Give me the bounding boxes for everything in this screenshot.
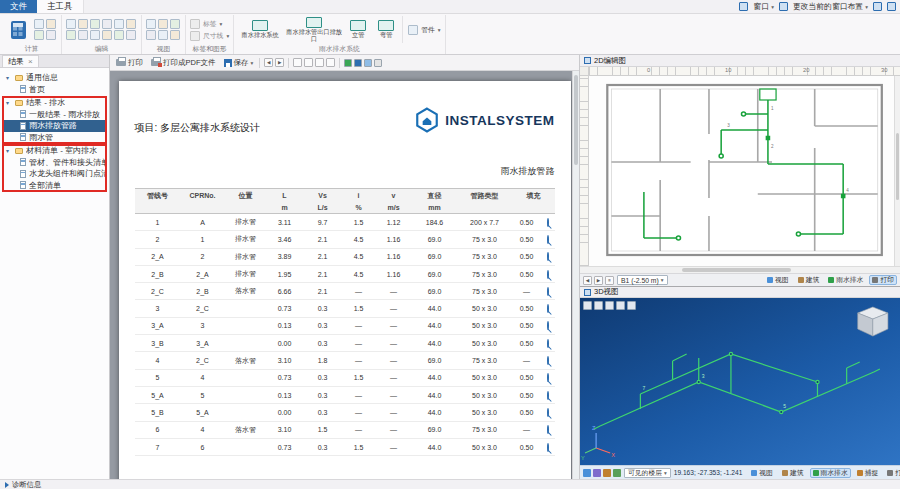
text-color-icon[interactable] <box>90 30 100 40</box>
navigation-cube[interactable] <box>858 307 888 336</box>
zoom-to-pipe-icon[interactable] <box>547 321 549 330</box>
window-menu[interactable]: 窗口 ▾ <box>753 1 774 12</box>
zoom-fit-icon[interactable] <box>170 19 180 29</box>
rain-toggle[interactable]: 雨水排水 <box>810 468 851 478</box>
tree-item[interactable]: 水龙头组件和阀门点清单 <box>3 168 106 180</box>
zoom-to-pipe-icon[interactable] <box>547 356 549 365</box>
scrollbar-thumb[interactable] <box>574 75 578 165</box>
table-row[interactable]: 42_C落水管3.101.8——69.075 x 3.0— <box>135 352 555 369</box>
zoom-to-pipe-icon[interactable] <box>547 252 549 261</box>
tab-main-tools[interactable]: 主工具 <box>37 0 84 13</box>
next-page-icon[interactable]: ▶ <box>275 58 284 67</box>
orbit-icon[interactable] <box>583 301 592 310</box>
next-icon[interactable]: ▶ <box>594 276 603 285</box>
table-row[interactable]: 2_C2_B落水管6.662.1——69.075 x 3.0— <box>135 283 555 300</box>
redo-icon[interactable] <box>78 19 88 29</box>
layers-icon[interactable]: ≡ <box>605 276 614 285</box>
color-swatch[interactable] <box>374 59 382 67</box>
table-row[interactable]: 3_B3_A0.000.3——44.050 x 3.00.50 <box>135 335 555 352</box>
data-icon[interactable] <box>46 19 56 29</box>
diagnostics-label[interactable]: 诊断信息 <box>12 480 41 489</box>
grid-icon[interactable] <box>170 30 180 40</box>
prev-page-icon[interactable]: ◀ <box>264 58 273 67</box>
camera-icon[interactable] <box>613 469 621 477</box>
table-row[interactable]: 64落水管3.101.5——69.075 x 3.0— <box>135 422 555 439</box>
table-row[interactable]: 1A排水管3.119.71.51.12184.6200 x 7.70.50 <box>135 214 555 231</box>
zoom-to-pipe-icon[interactable] <box>547 443 549 452</box>
snap-toggle[interactable]: 捕捉 <box>854 468 882 478</box>
undo-icon[interactable] <box>66 19 76 29</box>
tree-group-header[interactable]: ▾结果 - 排水 <box>3 97 106 109</box>
zoom-to-pipe-icon[interactable] <box>547 218 549 227</box>
zoom-to-pipe-icon[interactable] <box>547 408 549 417</box>
fill-color-icon[interactable] <box>102 30 112 40</box>
zoom-to-pipe-icon[interactable] <box>547 304 549 313</box>
zoom-to-pipe-icon[interactable] <box>547 270 549 279</box>
zoom-out-icon[interactable] <box>326 58 335 67</box>
facing-pages-icon[interactable] <box>304 58 313 67</box>
riser-button[interactable]: 立管 <box>346 20 370 39</box>
plan-vertical-scrollbar[interactable] <box>894 76 900 266</box>
table-row[interactable]: 3_A30.130.3——44.050 x 3.00.50 <box>135 318 555 335</box>
panels-icon[interactable] <box>873 2 882 11</box>
tab-3d-view[interactable]: 3D视图 <box>580 287 900 298</box>
print-pdf-button[interactable]: 打印成PDF文件 <box>149 57 218 69</box>
color-swatch[interactable] <box>364 59 372 67</box>
tree-item[interactable]: 全部清单 <box>3 180 106 192</box>
zoom-to-pipe-icon[interactable] <box>547 339 549 348</box>
fullscreen-icon[interactable] <box>627 301 636 310</box>
paste-icon[interactable] <box>114 19 124 29</box>
tree-item[interactable]: 一般结果 - 雨水排放 <box>3 109 106 121</box>
eye-toggle[interactable]: 视图 <box>748 468 776 478</box>
rain-outlet-button[interactable]: 雨水排水管出口排放口 <box>286 17 342 43</box>
cut-icon[interactable] <box>90 19 100 29</box>
scrollbar-thumb[interactable] <box>896 133 899 200</box>
table-row[interactable]: 5_B5_A0.000.3——44.050 x 3.00.50 <box>135 404 555 421</box>
zoom-to-pipe-icon[interactable] <box>547 373 549 382</box>
plan-horizontal-scrollbar[interactable] <box>580 266 900 273</box>
zoom-to-pipe-icon[interactable] <box>547 391 549 400</box>
tree-item[interactable]: 雨水管 <box>3 132 106 144</box>
select-icon[interactable] <box>66 30 76 40</box>
refresh-icon[interactable] <box>46 30 56 40</box>
table-row[interactable]: 2_A2排水管3.892.14.51.1669.075 x 3.00.50 <box>135 249 555 266</box>
floor-plan-canvas[interactable]: 1 2 4 3 <box>589 76 894 266</box>
zoom-out-icon[interactable] <box>158 19 168 29</box>
close-icon[interactable]: × <box>28 58 33 66</box>
tab-results[interactable]: 结果 × <box>2 55 39 67</box>
single-page-icon[interactable] <box>293 58 302 67</box>
dimension-line-button[interactable]: 尺寸线 ▾ <box>190 31 229 41</box>
zoom-in-icon[interactable] <box>315 58 324 67</box>
building-toggle[interactable]: 建筑 <box>779 468 807 478</box>
zoom-to-pipe-icon[interactable] <box>547 287 549 296</box>
table-row[interactable]: 540.730.31.5—44.050 x 3.00.50 <box>135 370 555 387</box>
fittings-button[interactable]: 管件 ▾ <box>402 16 440 43</box>
level-select[interactable]: B1 (-2.50 m) ▾ <box>617 275 668 285</box>
eye-toggle[interactable]: 视图 <box>764 275 792 285</box>
scrollbar-thumb[interactable] <box>682 268 791 272</box>
visible-floors-select[interactable]: 可见的楼层 ▾ <box>624 468 671 478</box>
tab-2d-editor[interactable]: 2D编辑图 <box>580 55 900 67</box>
labels-button[interactable]: 标签 ▾ <box>190 19 229 29</box>
table-row[interactable]: 760.730.31.5—44.050 x 3.00.50 <box>135 439 555 456</box>
tree-group-header[interactable]: ▾材料清单 - 室内排水 <box>3 145 106 157</box>
file-menu-button[interactable]: 文件 <box>0 0 37 13</box>
help-icon[interactable] <box>887 2 896 11</box>
copy-icon[interactable] <box>102 19 112 29</box>
section-icon[interactable] <box>603 469 611 477</box>
rain-toggle[interactable]: 雨水排水 <box>825 275 866 285</box>
report-vertical-scrollbar[interactable] <box>572 71 579 479</box>
tree-item[interactable]: 管材、管件和接头清单 <box>3 157 106 169</box>
zoom-window-icon[interactable] <box>605 301 614 310</box>
table-row[interactable]: 32_C0.730.31.5—44.050 x 3.00.50 <box>135 300 555 317</box>
brush-icon[interactable] <box>78 30 88 40</box>
pan-icon[interactable] <box>594 301 603 310</box>
print-toggle[interactable]: 打印 <box>884 468 900 478</box>
layers-icon[interactable] <box>158 30 168 40</box>
elbow-button[interactable]: 弯管 <box>374 20 398 39</box>
prev-icon[interactable]: ◀ <box>583 276 592 285</box>
cube-icon[interactable] <box>593 469 601 477</box>
options-icon[interactable] <box>34 19 44 29</box>
layout-menu[interactable]: 更改当前的窗口布置 ▾ <box>793 1 868 12</box>
find-icon[interactable] <box>114 30 124 40</box>
